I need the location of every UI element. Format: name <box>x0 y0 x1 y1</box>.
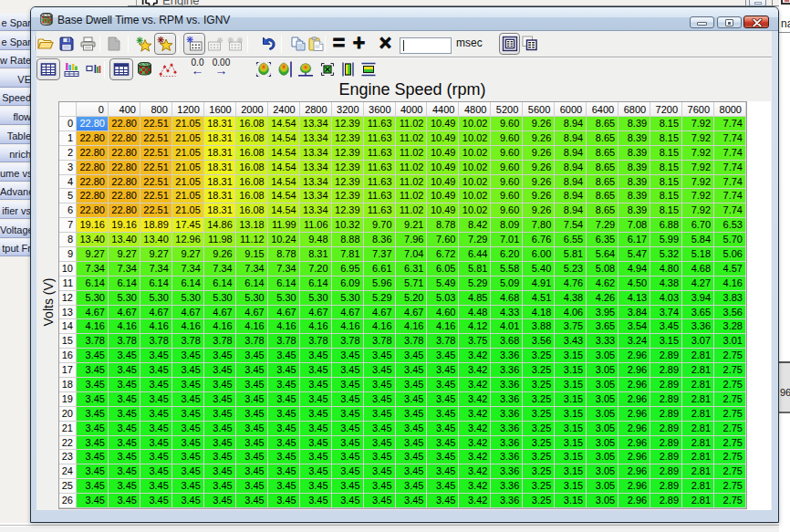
table-cell[interactable]: 2.81 <box>682 407 714 422</box>
table-cell[interactable]: 2.81 <box>682 349 714 363</box>
table-cell[interactable]: 13.40 <box>77 233 109 247</box>
table-cell[interactable]: 3.45 <box>364 422 396 436</box>
table-cell[interactable]: 7.34 <box>204 262 236 276</box>
table-cell[interactable]: 3.25 <box>523 436 555 451</box>
table-cell[interactable]: 4.67 <box>332 306 364 320</box>
table-cell[interactable]: 3.45 <box>427 392 459 407</box>
table-cell[interactable]: 4.16 <box>714 276 746 291</box>
table-cell[interactable]: 3.45 <box>236 422 268 436</box>
table-cell[interactable]: 3.45 <box>427 422 459 436</box>
table-cell[interactable]: 3.45 <box>109 363 140 378</box>
value-input[interactable] <box>400 37 452 54</box>
table-cell[interactable]: 3.78 <box>427 334 459 349</box>
table-cell[interactable]: 3.45 <box>364 494 396 508</box>
table-cell[interactable]: 8.39 <box>618 146 650 161</box>
table-cell[interactable]: 3.42 <box>459 494 491 508</box>
table-cell[interactable]: 3.45 <box>268 436 300 451</box>
table-cell[interactable]: 3.45 <box>77 494 109 508</box>
table-cell[interactable]: 7.74 <box>714 161 746 175</box>
table-cell[interactable]: 3.45 <box>300 407 332 422</box>
table-cell[interactable]: 6.05 <box>427 262 459 276</box>
table-cell[interactable]: 3.07 <box>682 334 714 349</box>
table-cell[interactable]: 7.34 <box>109 262 140 276</box>
table-cell[interactable]: 6.44 <box>459 247 491 262</box>
table-cell[interactable]: 16.08 <box>236 175 268 190</box>
table-cell[interactable]: 4.16 <box>364 319 396 334</box>
table-cell[interactable]: 3.45 <box>172 392 204 407</box>
table-cell[interactable]: 22.80 <box>109 146 140 161</box>
table-cell[interactable]: 2.81 <box>682 479 714 494</box>
table-cell[interactable]: 3.15 <box>555 392 587 407</box>
table-cell[interactable]: 8.88 <box>332 233 364 247</box>
table-cell[interactable]: 3.45 <box>427 436 459 451</box>
table-cell[interactable]: 11.02 <box>396 131 428 146</box>
table-cell[interactable]: 3.45 <box>300 392 332 407</box>
table-cell[interactable]: 13.34 <box>300 203 332 218</box>
table-cell[interactable]: 3.05 <box>587 450 618 464</box>
table-cell[interactable]: 4.67 <box>236 306 268 320</box>
table-cell[interactable]: 3.78 <box>204 334 236 349</box>
table-cell[interactable]: 7.92 <box>682 117 714 131</box>
table-cell[interactable]: 8.94 <box>555 175 587 190</box>
table-cell[interactable]: 6.14 <box>204 276 236 291</box>
table-cell[interactable]: 3.45 <box>236 349 268 363</box>
table-cell[interactable]: 3.45 <box>427 450 459 464</box>
table-cell[interactable]: 3.45 <box>172 378 204 392</box>
table-cell[interactable]: 5.30 <box>140 291 172 306</box>
folder-open-button[interactable] <box>37 37 54 51</box>
table-cell[interactable]: 9.60 <box>491 189 523 203</box>
table-cell[interactable]: 21.05 <box>172 203 204 218</box>
table-cell[interactable]: 3.36 <box>491 436 523 451</box>
table-cell[interactable]: 7.34 <box>236 262 268 276</box>
bg-minimize-button[interactable] <box>749 0 766 6</box>
table-cell[interactable]: 3.05 <box>587 422 618 436</box>
table-cell[interactable]: 3.45 <box>268 363 300 378</box>
table-cell[interactable]: 8.65 <box>587 189 618 203</box>
table-cell[interactable]: 8.94 <box>555 161 587 175</box>
table-cell[interactable]: 22.80 <box>77 189 109 203</box>
table-cell[interactable]: 11.06 <box>300 218 332 233</box>
table-cell[interactable]: 10.24 <box>268 233 300 247</box>
table-cell[interactable]: 22.80 <box>109 189 140 203</box>
table-cell[interactable]: 2.89 <box>650 392 682 407</box>
table-cell[interactable]: 10.02 <box>459 161 491 175</box>
table-cell[interactable]: 2.81 <box>682 494 714 508</box>
table-cell[interactable]: 3.45 <box>332 450 364 464</box>
table-cell[interactable]: 3.42 <box>459 349 491 363</box>
dwell-table[interactable]: 0400800120016002000240028003200360040004… <box>58 101 747 509</box>
table-cell[interactable]: 4.16 <box>140 319 172 334</box>
table-cell[interactable]: 11.02 <box>396 175 428 190</box>
table-cell[interactable]: 3.45 <box>332 422 364 436</box>
table-cell[interactable]: 9.27 <box>172 247 204 262</box>
table-cell[interactable]: 10.49 <box>427 117 459 131</box>
table-cell[interactable]: 3.45 <box>396 422 428 436</box>
table-cell[interactable]: 3.05 <box>587 392 618 407</box>
table-cell[interactable]: 9.26 <box>523 189 555 203</box>
table-cell[interactable]: 3.45 <box>300 494 332 508</box>
table-cell[interactable]: 10.02 <box>459 175 491 190</box>
table-cell[interactable]: 9.26 <box>523 203 555 218</box>
table-cell[interactable]: 22.80 <box>77 175 109 190</box>
table-cell[interactable]: 4.85 <box>459 291 491 306</box>
table-cell[interactable]: 2.89 <box>650 422 682 436</box>
table-cell[interactable]: 2.81 <box>682 436 714 451</box>
table-cell[interactable]: 22.51 <box>140 189 172 203</box>
blob-select-button[interactable] <box>255 61 272 78</box>
table-cell[interactable]: 4.67 <box>77 306 109 320</box>
table-cell[interactable]: 3.45 <box>427 363 459 378</box>
table-cell[interactable]: 5.30 <box>172 291 204 306</box>
table-cell[interactable]: 16.08 <box>236 117 268 131</box>
table-cell[interactable]: 3.05 <box>587 494 618 508</box>
table-cell[interactable]: 9.70 <box>364 218 396 233</box>
table-cell[interactable]: 3.05 <box>587 479 618 494</box>
table-cell[interactable]: 6.95 <box>332 262 364 276</box>
table-cell[interactable]: 9.21 <box>396 218 428 233</box>
table-cell[interactable]: 3.45 <box>396 479 428 494</box>
table-cell[interactable]: 5.30 <box>300 291 332 306</box>
table-cell[interactable]: 14.54 <box>268 161 300 175</box>
table-cell[interactable]: 2.89 <box>650 378 682 392</box>
table-cell[interactable]: 8.78 <box>268 247 300 262</box>
table-cell[interactable]: 2.96 <box>618 479 650 494</box>
table-cell[interactable]: 3.36 <box>682 319 714 334</box>
table-cell[interactable]: 3.45 <box>268 464 300 479</box>
